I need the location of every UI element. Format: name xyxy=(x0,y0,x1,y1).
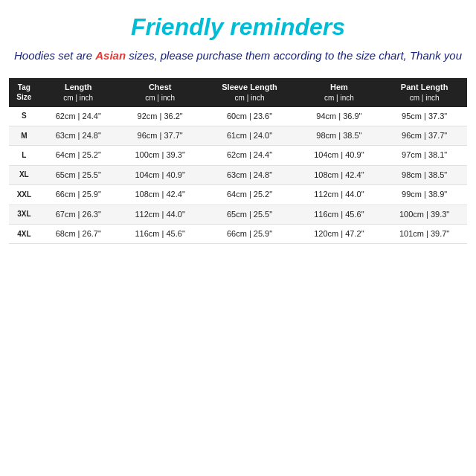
size-chart-table: TagSize Lengthcm | inch Chestcm | inch S… xyxy=(9,78,467,244)
cell-pant: 96cm | 37.7" xyxy=(382,126,467,145)
col-length: Lengthcm | inch xyxy=(39,78,118,107)
cell-chest: 108cm | 42.4" xyxy=(118,185,203,205)
subtitle-before: Hoodies set are xyxy=(14,49,95,62)
cell-size: S xyxy=(9,107,39,126)
table-row: S 62cm | 24.4" 92cm | 36.2" 60cm | 23.6"… xyxy=(9,107,467,126)
cell-sleeve: 61cm | 24.0" xyxy=(203,126,297,145)
col-sleeve: Sleeve Lengthcm | inch xyxy=(203,78,297,107)
subtitle: Hoodies set are Asian sizes, please purc… xyxy=(14,47,462,65)
cell-hem: 116cm | 45.6" xyxy=(297,205,382,224)
col-pant: Pant Lengthcm | inch xyxy=(382,78,467,107)
cell-pant: 100cm | 39.3" xyxy=(382,205,467,224)
cell-size: 4XL xyxy=(9,224,39,243)
cell-size: M xyxy=(9,126,39,145)
cell-sleeve: 66cm | 25.9" xyxy=(203,224,297,243)
table-row: XXL 66cm | 25.9" 108cm | 42.4" 64cm | 25… xyxy=(9,185,467,205)
table-row: XL 65cm | 25.5" 104cm | 40.9" 63cm | 24.… xyxy=(9,165,467,184)
cell-pant: 99cm | 38.9" xyxy=(382,185,467,205)
cell-length: 65cm | 25.5" xyxy=(39,165,118,184)
table-row: L 64cm | 25.2" 100cm | 39.3" 62cm | 24.4… xyxy=(9,146,467,165)
cell-sleeve: 64cm | 25.2" xyxy=(203,185,297,205)
cell-size: XL xyxy=(9,165,39,184)
cell-size: 3XL xyxy=(9,205,39,224)
cell-length: 67cm | 26.3" xyxy=(39,205,118,224)
main-container: Friendly reminders Hoodies set are Asian… xyxy=(0,0,476,476)
cell-hem: 112cm | 44.0" xyxy=(297,185,382,205)
cell-hem: 108cm | 42.4" xyxy=(297,165,382,184)
cell-sleeve: 60cm | 23.6" xyxy=(203,107,297,126)
cell-chest: 104cm | 40.9" xyxy=(118,165,203,184)
cell-length: 62cm | 24.4" xyxy=(39,107,118,126)
cell-hem: 104cm | 40.9" xyxy=(297,146,382,165)
cell-chest: 92cm | 36.2" xyxy=(118,107,203,126)
table-row: M 63cm | 24.8" 96cm | 37.7" 61cm | 24.0"… xyxy=(9,126,467,145)
col-hem: Hemcm | inch xyxy=(297,78,382,107)
cell-length: 66cm | 25.9" xyxy=(39,185,118,205)
cell-size: L xyxy=(9,146,39,165)
cell-length: 64cm | 25.2" xyxy=(39,146,118,165)
cell-sleeve: 62cm | 24.4" xyxy=(203,146,297,165)
page-title: Friendly reminders xyxy=(131,13,345,41)
cell-chest: 96cm | 37.7" xyxy=(118,126,203,145)
cell-length: 63cm | 24.8" xyxy=(39,126,118,145)
cell-chest: 116cm | 45.6" xyxy=(118,224,203,243)
col-chest: Chestcm | inch xyxy=(118,78,203,107)
table-row: 3XL 67cm | 26.3" 112cm | 44.0" 65cm | 25… xyxy=(9,205,467,224)
table-row: 4XL 68cm | 26.7" 116cm | 45.6" 66cm | 25… xyxy=(9,224,467,243)
col-tag-size: TagSize xyxy=(9,78,39,107)
cell-pant: 97cm | 38.1" xyxy=(382,146,467,165)
cell-length: 68cm | 26.7" xyxy=(39,224,118,243)
subtitle-after: sizes, please purchase them according to… xyxy=(126,49,462,62)
cell-hem: 94cm | 36.9" xyxy=(297,107,382,126)
table-header-row: TagSize Lengthcm | inch Chestcm | inch S… xyxy=(9,78,467,107)
cell-sleeve: 65cm | 25.5" xyxy=(203,205,297,224)
cell-pant: 101cm | 39.7" xyxy=(382,224,467,243)
cell-pant: 98cm | 38.5" xyxy=(382,165,467,184)
subtitle-asian: Asian xyxy=(95,49,126,62)
cell-sleeve: 63cm | 24.8" xyxy=(203,165,297,184)
cell-hem: 120cm | 47.2" xyxy=(297,224,382,243)
cell-size: XXL xyxy=(9,185,39,205)
cell-chest: 100cm | 39.3" xyxy=(118,146,203,165)
cell-chest: 112cm | 44.0" xyxy=(118,205,203,224)
cell-hem: 98cm | 38.5" xyxy=(297,126,382,145)
cell-pant: 95cm | 37.3" xyxy=(382,107,467,126)
